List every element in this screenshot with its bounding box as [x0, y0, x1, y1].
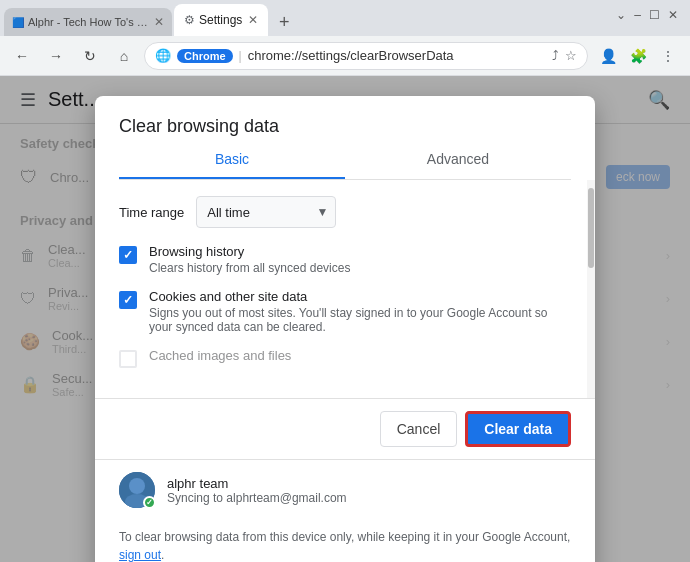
chrome-badge: Chrome: [177, 49, 233, 63]
user-avatar-container: ✓: [119, 472, 155, 508]
time-range-label: Time range: [119, 205, 184, 220]
tab-basic[interactable]: Basic: [119, 141, 345, 179]
back-button[interactable]: ←: [8, 42, 36, 70]
tab-settings-favicon: ⚙: [184, 13, 195, 27]
browsing-history-desc: Clears history from all synced devices: [149, 261, 350, 275]
user-name: alphr team: [167, 476, 347, 491]
time-range-select[interactable]: All time Last hour Last 24 hours Last 7 …: [196, 196, 336, 228]
modal-tabs: Basic Advanced: [119, 141, 571, 180]
modal-overlay: Clear browsing data Basic Advanced Time …: [0, 76, 690, 562]
new-tab-button[interactable]: +: [270, 8, 298, 36]
cookies-content: Cookies and other site data Signs you ou…: [149, 289, 563, 334]
time-range-select-wrapper[interactable]: All time Last hour Last 24 hours Last 7 …: [196, 196, 336, 228]
modal-header: Clear browsing data Basic Advanced: [95, 96, 595, 180]
cookies-desc: Signs you out of most sites. You'll stay…: [149, 306, 563, 334]
cached-images-content: Cached images and files: [149, 348, 291, 363]
share-icon[interactable]: ⤴: [552, 48, 559, 63]
tab-alphr-close[interactable]: ✕: [154, 15, 164, 29]
home-button[interactable]: ⌂: [110, 42, 138, 70]
browsing-history-checkbox[interactable]: ✓: [119, 246, 137, 264]
browser-window: 🟦 Alphr - Tech How To's & Gui... ✕ ⚙ Set…: [0, 0, 690, 562]
tab-settings[interactable]: ⚙ Settings ✕: [174, 4, 268, 36]
check-icon: ✓: [123, 248, 133, 262]
modal-footer-note: To clear browsing data from this device …: [95, 520, 595, 562]
address-separator: |: [239, 49, 242, 63]
window-minimize-button[interactable]: –: [634, 8, 641, 22]
footer-note-text: To clear browsing data from this device …: [119, 530, 570, 544]
modal-footer-user: ✓ alphr team Syncing to alphrteam@gmail.…: [95, 459, 595, 520]
clear-browsing-data-modal: Clear browsing data Basic Advanced Time …: [95, 96, 595, 562]
tab-alphr[interactable]: 🟦 Alphr - Tech How To's & Gui... ✕: [4, 8, 172, 36]
window-close-button[interactable]: ✕: [668, 8, 678, 22]
cookies-label: Cookies and other site data: [149, 289, 563, 304]
modal-scrollbar-track[interactable]: [587, 180, 595, 398]
modal-buttons-row: Cancel Clear data: [95, 398, 595, 459]
svg-point-1: [129, 478, 145, 494]
avatar-sync-badge: ✓: [143, 496, 156, 509]
refresh-button[interactable]: ↻: [76, 42, 104, 70]
modal-body-container: Time range All time Last hour Last 24 ho…: [95, 180, 595, 398]
tab-settings-label: Settings: [199, 13, 242, 27]
nav-bar: ← → ↻ ⌂ 🌐 Chrome | chrome://settings/cle…: [0, 36, 690, 76]
cookies-checkbox[interactable]: ✓: [119, 291, 137, 309]
browser-menu-icon[interactable]: ⋮: [654, 42, 682, 70]
tab-alphr-label: Alphr - Tech How To's & Gui...: [28, 16, 148, 28]
cancel-button[interactable]: Cancel: [380, 411, 458, 447]
tab-alphr-favicon: 🟦: [12, 17, 24, 28]
user-details: alphr team Syncing to alphrteam@gmail.co…: [167, 476, 347, 505]
address-bar[interactable]: 🌐 Chrome | chrome://settings/clearBrowse…: [144, 42, 588, 70]
modal-scrollbar-thumb[interactable]: [588, 188, 594, 268]
browsing-history-item: ✓ Browsing history Clears history from a…: [119, 244, 563, 275]
tab-settings-close[interactable]: ✕: [248, 13, 258, 27]
footer-note-end: .: [161, 548, 164, 562]
check-icon-2: ✓: [123, 293, 133, 307]
cookies-checkbox-item: ✓ Cookies and other site data Signs you …: [119, 289, 563, 334]
cached-images-item: Cached images and files: [119, 348, 563, 368]
extension-icon[interactable]: 🧩: [624, 42, 652, 70]
clear-data-button[interactable]: Clear data: [465, 411, 571, 447]
browsing-history-label: Browsing history: [149, 244, 350, 259]
modal-body: Time range All time Last hour Last 24 ho…: [95, 180, 587, 398]
sign-out-link[interactable]: sign out: [119, 548, 161, 562]
time-range-row: Time range All time Last hour Last 24 ho…: [119, 196, 563, 228]
forward-button[interactable]: →: [42, 42, 70, 70]
nav-icons: 👤 🧩 ⋮: [594, 42, 682, 70]
modal-title: Clear browsing data: [119, 116, 571, 137]
window-maximize-button[interactable]: ☐: [649, 8, 660, 22]
bookmark-icon[interactable]: ☆: [565, 48, 577, 63]
tab-advanced[interactable]: Advanced: [345, 141, 571, 179]
window-expand-icon[interactable]: ⌄: [616, 8, 626, 22]
account-icon[interactable]: 👤: [594, 42, 622, 70]
user-sync-text: Syncing to alphrteam@gmail.com: [167, 491, 347, 505]
browsing-history-content: Browsing history Clears history from all…: [149, 244, 350, 275]
cached-images-label: Cached images and files: [149, 348, 291, 363]
address-secure-icon: 🌐: [155, 48, 171, 63]
content-area: ☰ Sett... 🔍 Safety check 🛡 Chro... eck n…: [0, 76, 690, 562]
cached-images-checkbox[interactable]: [119, 350, 137, 368]
address-url: chrome://settings/clearBrowserData: [248, 48, 546, 63]
